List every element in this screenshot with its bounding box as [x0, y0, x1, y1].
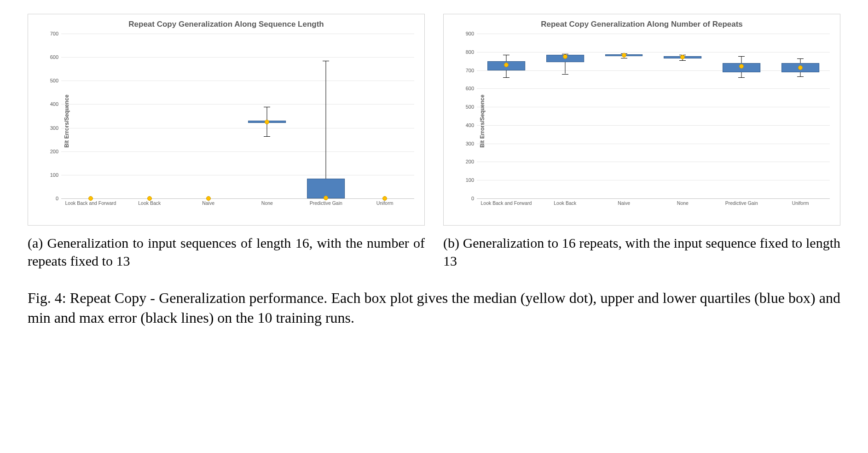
xtick-label: Uniform [771, 198, 830, 209]
whisker-upper [326, 61, 326, 179]
whisker-lower [506, 70, 506, 78]
box-slot [536, 34, 595, 198]
box-slot [653, 34, 712, 198]
ytick-label: 800 [458, 49, 474, 55]
whisker-cap [797, 58, 804, 59]
chart-b-frame: Repeat Copy Generalization Along Number … [443, 14, 840, 226]
whisker-cap [679, 60, 686, 61]
chart-a-series [61, 34, 414, 198]
chart-b-series [477, 34, 830, 198]
ytick-label: 0 [43, 196, 58, 201]
ytick-label: 600 [43, 54, 58, 60]
whisker-lower [741, 72, 742, 78]
whisker-cap [738, 56, 745, 57]
whisker-upper [800, 58, 801, 63]
subcaption-b: (b) Generalization to 16 repeats, with t… [443, 234, 840, 270]
figure-caption: Fig. 4: Repeat Copy - Generalization per… [28, 288, 840, 328]
subcaption-a: (a) Generalization to input sequences of… [28, 234, 425, 270]
box-slot [296, 34, 355, 198]
xtick-label: Naive [595, 198, 654, 209]
median-dot [206, 196, 211, 201]
chart-a-frame: Repeat Copy Generalization Along Sequenc… [28, 14, 425, 226]
median-dot [622, 53, 626, 58]
box-slot [771, 34, 830, 198]
whisker-cap [562, 74, 568, 75]
xtick-label: None [653, 198, 712, 209]
chart-a-title: Repeat Copy Generalization Along Sequenc… [34, 20, 419, 29]
whisker-cap [264, 107, 270, 107]
subfigure-b: Repeat Copy Generalization Along Number … [443, 14, 840, 270]
chart-a-plot: Bit Errors/Sequence 01002003004005006007… [61, 34, 414, 209]
box-slot [595, 34, 654, 198]
ytick-label: 100 [43, 172, 58, 178]
whisker-cap [621, 58, 627, 58]
ytick-label: 200 [458, 159, 474, 164]
whisker-lower [565, 62, 565, 74]
box-slot [237, 34, 296, 198]
ytick-label: 700 [43, 31, 58, 36]
ytick-label: 100 [458, 177, 474, 183]
figure-row: Repeat Copy Generalization Along Sequenc… [28, 14, 840, 270]
median-dot [324, 196, 328, 200]
whisker-cap [738, 77, 745, 78]
whisker-cap [264, 136, 270, 137]
ytick-label: 400 [458, 122, 474, 128]
whisker-lower [267, 123, 267, 136]
median-dot [88, 196, 93, 201]
median-dot [798, 65, 803, 70]
ytick-label: 300 [43, 125, 58, 131]
whisker-upper [506, 55, 506, 61]
box-slot [179, 34, 238, 198]
whisker-cap [797, 76, 804, 77]
whisker-cap [323, 61, 329, 61]
median-dot [147, 196, 152, 201]
whisker-upper [267, 107, 267, 121]
box-slot [477, 34, 536, 198]
ytick-label: 400 [43, 101, 58, 107]
subfigure-a: Repeat Copy Generalization Along Sequenc… [28, 14, 425, 270]
chart-b-xaxis: Look Back and ForwardLook BackNaiveNoneP… [477, 198, 830, 209]
chart-b-title: Repeat Copy Generalization Along Number … [449, 20, 834, 29]
whisker-cap [503, 55, 509, 55]
ytick-label: 500 [43, 78, 58, 83]
whisker-cap [503, 77, 509, 78]
median-dot [504, 63, 509, 67]
box-slot [712, 34, 771, 198]
median-dot [265, 120, 269, 124]
ytick-label: 300 [458, 141, 474, 146]
box-slot [61, 34, 120, 198]
whisker-upper [741, 56, 742, 63]
xtick-label: None [237, 198, 296, 209]
ytick-label: 600 [458, 86, 474, 91]
xtick-label: Predictive Gain [712, 198, 771, 209]
median-dot [680, 55, 685, 59]
ytick-label: 500 [458, 104, 474, 110]
median-dot [382, 196, 387, 201]
whisker-lower [800, 72, 801, 77]
median-dot [739, 64, 744, 69]
xtick-label: Look Back and Forward [477, 198, 536, 209]
box-slot [355, 34, 414, 198]
ytick-label: 0 [458, 196, 474, 201]
xtick-label: Look Back [536, 198, 595, 209]
chart-a-xaxis: Look Back and ForwardLook BackNaiveNoneP… [61, 198, 414, 209]
chart-b-plot: Bit Errors/Sequence 01002003004005006007… [477, 34, 830, 209]
ytick-label: 900 [458, 31, 474, 36]
median-dot [563, 54, 567, 59]
ytick-label: 700 [458, 68, 474, 73]
box-slot [120, 34, 179, 198]
ytick-label: 200 [43, 149, 58, 154]
